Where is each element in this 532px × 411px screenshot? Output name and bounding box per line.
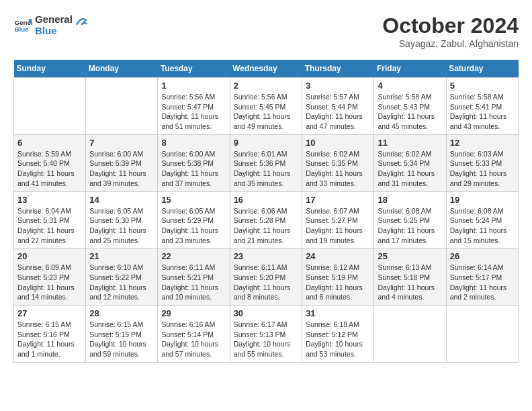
svg-text:Blue: Blue — [14, 26, 29, 33]
calendar-cell: 8Sunrise: 6:00 AM Sunset: 5:38 PM Daylig… — [158, 134, 230, 191]
day-number: 4 — [378, 81, 442, 91]
calendar-cell: 29Sunrise: 6:16 AM Sunset: 5:14 PM Dayli… — [158, 306, 230, 363]
day-number: 11 — [378, 138, 442, 148]
col-header-thursday: Thursday — [302, 60, 374, 78]
day-info: Sunrise: 5:59 AM Sunset: 5:40 PM Dayligh… — [17, 149, 82, 189]
day-number: 1 — [161, 81, 226, 91]
calendar-cell: 23Sunrise: 6:11 AM Sunset: 5:20 PM Dayli… — [230, 248, 302, 306]
day-number: 17 — [306, 195, 370, 205]
calendar-cell: 25Sunrise: 6:13 AM Sunset: 5:18 PM Dayli… — [374, 248, 446, 306]
day-number: 15 — [161, 195, 226, 205]
calendar-cell: 30Sunrise: 6:17 AM Sunset: 5:13 PM Dayli… — [230, 306, 302, 363]
day-number: 28 — [89, 308, 154, 318]
day-number: 19 — [450, 195, 515, 205]
day-number: 10 — [306, 138, 370, 148]
day-number: 27 — [17, 308, 82, 318]
day-number: 6 — [17, 138, 82, 148]
day-number: 31 — [306, 308, 370, 318]
calendar-cell: 17Sunrise: 6:07 AM Sunset: 5:27 PM Dayli… — [302, 191, 374, 248]
day-number: 25 — [378, 251, 442, 261]
day-info: Sunrise: 6:16 AM Sunset: 5:14 PM Dayligh… — [161, 320, 226, 359]
day-info: Sunrise: 6:15 AM Sunset: 5:16 PM Dayligh… — [17, 320, 82, 359]
calendar-cell: 9Sunrise: 6:01 AM Sunset: 5:36 PM Daylig… — [230, 134, 302, 191]
day-info: Sunrise: 5:56 AM Sunset: 5:47 PM Dayligh… — [161, 92, 226, 132]
day-number: 9 — [234, 138, 299, 148]
day-number: 21 — [89, 251, 154, 261]
day-info: Sunrise: 6:18 AM Sunset: 5:12 PM Dayligh… — [306, 320, 370, 359]
day-number: 2 — [234, 81, 299, 91]
day-info: Sunrise: 5:57 AM Sunset: 5:44 PM Dayligh… — [306, 92, 370, 132]
day-number: 16 — [234, 195, 299, 205]
day-number: 12 — [450, 138, 515, 148]
day-info: Sunrise: 6:08 AM Sunset: 5:24 PM Dayligh… — [450, 206, 515, 246]
calendar-cell: 2Sunrise: 5:56 AM Sunset: 5:45 PM Daylig… — [230, 78, 302, 135]
location: Sayagaz, Zabul, Afghanistan — [382, 38, 519, 49]
day-info: Sunrise: 6:03 AM Sunset: 5:33 PM Dayligh… — [450, 149, 515, 189]
calendar-cell: 5Sunrise: 5:58 AM Sunset: 5:41 PM Daylig… — [446, 78, 518, 135]
day-info: Sunrise: 6:07 AM Sunset: 5:27 PM Dayligh… — [306, 206, 370, 246]
day-info: Sunrise: 6:08 AM Sunset: 5:25 PM Dayligh… — [378, 206, 442, 246]
calendar-cell: 3Sunrise: 5:57 AM Sunset: 5:44 PM Daylig… — [302, 78, 374, 135]
day-info: Sunrise: 6:12 AM Sunset: 5:19 PM Dayligh… — [306, 263, 370, 302]
day-number: 14 — [89, 195, 154, 205]
day-number: 22 — [161, 251, 226, 261]
calendar-cell: 7Sunrise: 6:00 AM Sunset: 5:39 PM Daylig… — [86, 134, 158, 191]
calendar-cell — [374, 306, 446, 363]
calendar-cell: 13Sunrise: 6:04 AM Sunset: 5:31 PM Dayli… — [14, 191, 86, 248]
col-header-saturday: Saturday — [446, 60, 518, 78]
month-title: October 2024 — [382, 13, 519, 38]
day-info: Sunrise: 6:00 AM Sunset: 5:39 PM Dayligh… — [89, 149, 154, 189]
calendar-table: SundayMondayTuesdayWednesdayThursdayFrid… — [13, 60, 519, 363]
page-header: General Blue General Blue October 2024 S… — [13, 13, 519, 49]
logo-icon: General Blue — [13, 15, 32, 34]
calendar-cell: 19Sunrise: 6:08 AM Sunset: 5:24 PM Dayli… — [446, 191, 518, 248]
calendar-cell: 11Sunrise: 6:02 AM Sunset: 5:34 PM Dayli… — [374, 134, 446, 191]
day-number: 30 — [234, 308, 299, 318]
calendar-cell: 4Sunrise: 5:58 AM Sunset: 5:43 PM Daylig… — [374, 78, 446, 135]
day-info: Sunrise: 6:00 AM Sunset: 5:38 PM Dayligh… — [161, 149, 226, 189]
day-number: 24 — [306, 251, 370, 261]
col-header-wednesday: Wednesday — [230, 60, 302, 78]
calendar-cell: 14Sunrise: 6:05 AM Sunset: 5:30 PM Dayli… — [86, 191, 158, 248]
day-info: Sunrise: 6:09 AM Sunset: 5:23 PM Dayligh… — [17, 263, 82, 302]
calendar-cell — [14, 78, 86, 135]
day-info: Sunrise: 6:17 AM Sunset: 5:13 PM Dayligh… — [234, 320, 299, 359]
calendar-cell: 10Sunrise: 6:02 AM Sunset: 5:35 PM Dayli… — [302, 134, 374, 191]
calendar-cell: 12Sunrise: 6:03 AM Sunset: 5:33 PM Dayli… — [446, 134, 518, 191]
logo-blue: Blue — [35, 25, 73, 36]
day-number: 13 — [17, 195, 82, 205]
day-info: Sunrise: 5:58 AM Sunset: 5:41 PM Dayligh… — [450, 92, 515, 132]
title-block: October 2024 Sayagaz, Zabul, Afghanistan — [382, 13, 519, 49]
day-info: Sunrise: 6:04 AM Sunset: 5:31 PM Dayligh… — [17, 206, 82, 246]
calendar-cell: 28Sunrise: 6:15 AM Sunset: 5:15 PM Dayli… — [86, 306, 158, 363]
day-info: Sunrise: 6:13 AM Sunset: 5:18 PM Dayligh… — [378, 263, 442, 302]
logo-general: General — [35, 13, 73, 25]
day-info: Sunrise: 6:05 AM Sunset: 5:30 PM Dayligh… — [89, 206, 154, 246]
day-number: 8 — [161, 138, 226, 148]
day-number: 5 — [450, 81, 515, 91]
day-number: 7 — [89, 138, 154, 148]
day-info: Sunrise: 6:15 AM Sunset: 5:15 PM Dayligh… — [89, 320, 154, 359]
calendar-cell: 20Sunrise: 6:09 AM Sunset: 5:23 PM Dayli… — [14, 248, 86, 306]
calendar-cell: 31Sunrise: 6:18 AM Sunset: 5:12 PM Dayli… — [302, 306, 374, 363]
calendar-cell: 21Sunrise: 6:10 AM Sunset: 5:22 PM Dayli… — [86, 248, 158, 306]
calendar-cell: 22Sunrise: 6:11 AM Sunset: 5:21 PM Dayli… — [158, 248, 230, 306]
calendar-cell: 26Sunrise: 6:14 AM Sunset: 5:17 PM Dayli… — [446, 248, 518, 306]
calendar-cell — [446, 306, 518, 363]
day-info: Sunrise: 6:06 AM Sunset: 5:28 PM Dayligh… — [234, 206, 299, 246]
col-header-friday: Friday — [374, 60, 446, 78]
calendar-cell: 24Sunrise: 6:12 AM Sunset: 5:19 PM Dayli… — [302, 248, 374, 306]
day-number: 18 — [378, 195, 442, 205]
day-info: Sunrise: 6:02 AM Sunset: 5:35 PM Dayligh… — [306, 149, 370, 189]
calendar-cell: 16Sunrise: 6:06 AM Sunset: 5:28 PM Dayli… — [230, 191, 302, 248]
day-number: 3 — [306, 81, 370, 91]
day-number: 20 — [17, 251, 82, 261]
day-info: Sunrise: 6:11 AM Sunset: 5:20 PM Dayligh… — [234, 263, 299, 302]
day-number: 29 — [161, 308, 226, 318]
day-info: Sunrise: 5:56 AM Sunset: 5:45 PM Dayligh… — [234, 92, 299, 132]
calendar-cell: 6Sunrise: 5:59 AM Sunset: 5:40 PM Daylig… — [14, 134, 86, 191]
col-header-monday: Monday — [86, 60, 158, 78]
day-number: 23 — [234, 251, 299, 261]
calendar-cell: 1Sunrise: 5:56 AM Sunset: 5:47 PM Daylig… — [158, 78, 230, 135]
calendar-cell: 27Sunrise: 6:15 AM Sunset: 5:16 PM Dayli… — [14, 306, 86, 363]
